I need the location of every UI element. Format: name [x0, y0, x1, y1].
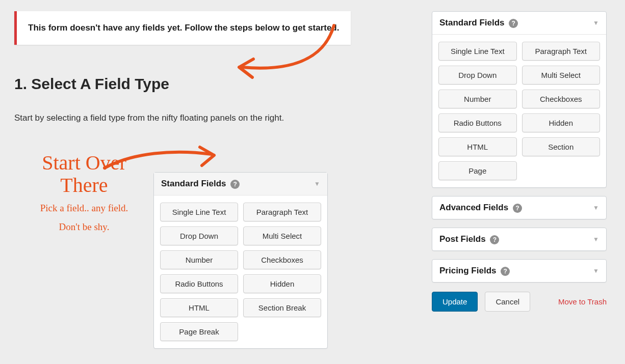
field-section-button[interactable]: Section	[522, 137, 601, 156]
step-intro: Start by selecting a field type from the…	[14, 113, 284, 123]
field-paragraph-text-button[interactable]: Paragraph Text	[522, 42, 601, 61]
pricing-fields-panel: Pricing Fields ? ▼	[432, 259, 607, 283]
field-html-button[interactable]: HTML	[160, 298, 238, 317]
chevron-down-icon: ▼	[593, 19, 599, 26]
standard-fields-body: Single Line Text Paragraph Text Drop Dow…	[432, 34, 606, 187]
standard-fields-header[interactable]: Standard Fields ? ▼	[432, 12, 606, 34]
hand-line-2: There	[20, 174, 148, 197]
field-hidden-button[interactable]: Hidden	[243, 274, 321, 293]
field-single-line-text-button[interactable]: Single Line Text	[160, 203, 238, 221]
chevron-down-icon: ▼	[314, 180, 320, 187]
standard-fields-title: Standard Fields	[439, 18, 505, 27]
post-fields-panel: Post Fields ? ▼	[432, 228, 607, 251]
help-icon[interactable]: ?	[230, 180, 240, 189]
advanced-fields-panel: Advanced Fields ? ▼	[432, 196, 607, 219]
hand-line-1: Start Over	[20, 152, 148, 174]
example-panel-title: Standard Fields	[161, 179, 226, 188]
field-number-button[interactable]: Number	[160, 250, 238, 269]
hand-sub-2: Don't be shy.	[20, 220, 148, 234]
field-single-line-text-button[interactable]: Single Line Text	[438, 42, 517, 61]
field-multi-select-button[interactable]: Multi Select	[522, 66, 601, 85]
field-section-break-button[interactable]: Section Break	[243, 298, 321, 317]
move-to-trash-link[interactable]: Move to Trash	[558, 297, 607, 306]
step-heading: 1. Select A Field Type	[14, 75, 169, 93]
field-radio-buttons-button[interactable]: Radio Buttons	[160, 274, 238, 293]
field-radio-buttons-button[interactable]: Radio Buttons	[438, 114, 517, 132]
standard-fields-panel: Standard Fields ? ▼ Single Line Text Par…	[432, 11, 607, 188]
example-standard-fields-panel: Standard Fields ? ▼ Single Line Text Par…	[153, 172, 328, 349]
notice-text: This form doesn't have any fields yet. F…	[28, 21, 340, 35]
field-drop-down-button[interactable]: Drop Down	[438, 66, 517, 85]
empty-form-notice: This form doesn't have any fields yet. F…	[14, 11, 351, 45]
chevron-down-icon: ▼	[593, 236, 599, 243]
pricing-fields-header[interactable]: Pricing Fields ? ▼	[432, 260, 606, 282]
help-icon[interactable]: ?	[490, 235, 499, 244]
help-icon[interactable]: ?	[513, 204, 522, 213]
field-page-button[interactable]: Page	[438, 161, 517, 180]
field-checkboxes-button[interactable]: Checkboxes	[522, 90, 601, 108]
cancel-button[interactable]: Cancel	[485, 292, 530, 312]
help-icon[interactable]: ?	[509, 19, 518, 28]
field-paragraph-text-button[interactable]: Paragraph Text	[243, 203, 321, 221]
update-button[interactable]: Update	[432, 292, 478, 312]
field-page-break-button[interactable]: Page Break	[160, 322, 238, 341]
post-fields-title: Post Fields	[439, 234, 486, 244]
field-checkboxes-button[interactable]: Checkboxes	[243, 250, 321, 269]
handwritten-annotation: Start Over There Pick a field.. any fiel…	[20, 152, 148, 234]
example-panel-header[interactable]: Standard Fields ? ▼	[154, 173, 327, 195]
help-icon[interactable]: ?	[501, 267, 510, 276]
field-multi-select-button[interactable]: Multi Select	[243, 227, 321, 245]
field-drop-down-button[interactable]: Drop Down	[160, 227, 238, 245]
form-actions: Update Cancel Move to Trash	[432, 292, 607, 312]
example-panel-body: Single Line Text Paragraph Text Drop Dow…	[154, 195, 327, 348]
pricing-fields-title: Pricing Fields	[439, 266, 496, 275]
post-fields-header[interactable]: Post Fields ? ▼	[432, 228, 606, 250]
sidebar: Standard Fields ? ▼ Single Line Text Par…	[432, 11, 607, 312]
field-html-button[interactable]: HTML	[438, 137, 517, 156]
advanced-fields-header[interactable]: Advanced Fields ? ▼	[432, 197, 606, 219]
advanced-fields-title: Advanced Fields	[439, 203, 508, 212]
hand-sub-1: Pick a field.. any field.	[20, 202, 148, 215]
field-hidden-button[interactable]: Hidden	[522, 114, 601, 132]
field-number-button[interactable]: Number	[438, 90, 517, 108]
chevron-down-icon: ▼	[593, 267, 599, 274]
chevron-down-icon: ▼	[593, 204, 599, 211]
